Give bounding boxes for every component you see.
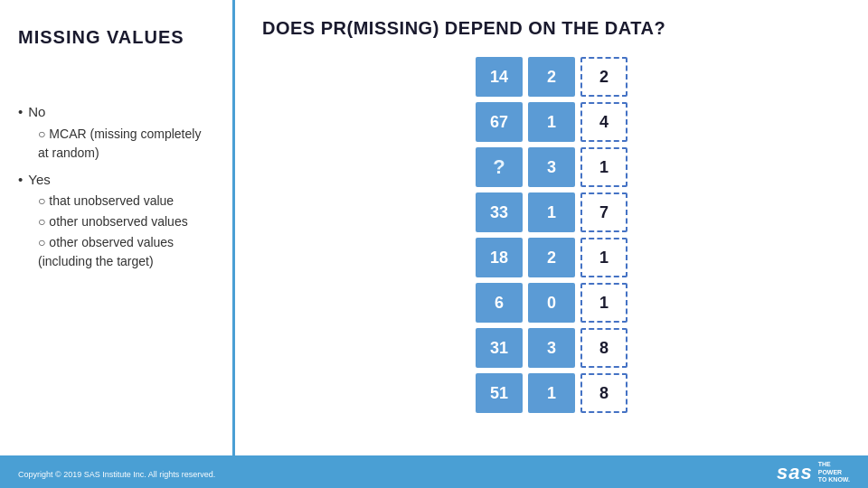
bullet-other-observed: ○ other observed values (including the t… — [18, 233, 214, 271]
value-grid: 14 2 2 67 1 4 ? 3 1 33 1 7 18 2 1 — [262, 57, 841, 413]
bullet-no: • No ○ MCAR (missing completely at rando… — [18, 102, 214, 163]
bullet-mcar: ○ MCAR (missing completely at random) — [18, 125, 214, 163]
cell-r2-c2: 1 — [528, 102, 575, 142]
cell-r8-c1: 51 — [476, 373, 523, 413]
cell-r1-c1: 14 — [476, 57, 523, 97]
section-title: MISSING VALUES — [18, 27, 214, 48]
bullet-dot-yes: • — [18, 170, 23, 191]
cell-r6-c3: 1 — [580, 283, 627, 323]
cell-r3-c2: 3 — [528, 147, 575, 187]
tagline-line1: THE — [818, 461, 850, 468]
sas-logo: sas THE POWER TO KNOW. — [777, 461, 850, 484]
bullet-mcar-label: MCAR (missing completely at random) — [38, 127, 201, 160]
sub-circle-2: ○ — [38, 214, 49, 229]
grid-row-8: 51 1 8 — [476, 373, 627, 413]
cell-r7-c2: 3 — [528, 328, 575, 368]
cell-r6-c2: 0 — [528, 283, 575, 323]
copyright-text: Copyright © 2019 SAS Institute Inc. All … — [18, 470, 215, 479]
grid-row-5: 18 2 1 — [476, 238, 627, 277]
other-unobserved-label: other unobserved values — [49, 214, 187, 229]
right-title: DOES PR(MISSING) DEPEND ON THE DATA? — [262, 18, 841, 39]
other-observed-label: other observed values (including the tar… — [38, 235, 174, 268]
tagline-line2: POWER — [818, 469, 850, 476]
grid-row-6: 6 0 1 — [476, 283, 627, 323]
cell-r1-c3: 2 — [580, 57, 627, 97]
sub-circle-3: ○ — [38, 235, 49, 249]
cell-r2-c3: 4 — [580, 102, 627, 142]
right-panel: DOES PR(MISSING) DEPEND ON THE DATA? 14 … — [235, 0, 868, 455]
bullet-dot-no: • — [18, 102, 23, 123]
cell-r3-c1: ? — [476, 147, 523, 187]
tagline-line3: TO KNOW. — [818, 476, 850, 483]
sas-logo-text: sas — [777, 461, 813, 484]
bullet-mcar-circle: ○ — [38, 127, 49, 141]
cell-r4-c3: 7 — [580, 192, 627, 232]
cell-r1-c2: 2 — [528, 57, 575, 97]
cell-r4-c1: 33 — [476, 192, 523, 232]
grid-row-4: 33 1 7 — [476, 192, 627, 232]
cell-r7-c3: 8 — [580, 328, 627, 368]
bullet-yes: • Yes ○ that unobserved value ○ other un… — [18, 170, 214, 272]
bullet-other-unobserved: ○ other unobserved values — [18, 212, 214, 231]
sas-tagline: THE POWER TO KNOW. — [818, 461, 850, 483]
cell-r7-c1: 31 — [476, 328, 523, 368]
left-panel: MISSING VALUES • No ○ MCAR (missing comp… — [0, 0, 235, 455]
cell-r6-c1: 6 — [476, 283, 523, 323]
bullet-no-label: No — [28, 102, 45, 123]
bullet-list: • No ○ MCAR (missing completely at rando… — [18, 102, 214, 271]
sub-circle-1: ○ — [38, 193, 49, 208]
cell-r2-c1: 67 — [476, 102, 523, 142]
cell-r5-c3: 1 — [580, 238, 627, 277]
cell-r8-c2: 1 — [528, 373, 575, 413]
grid-row-3: ? 3 1 — [476, 147, 627, 187]
grid-row-2: 67 1 4 — [476, 102, 627, 142]
cell-r5-c1: 18 — [476, 238, 523, 277]
bullet-that-unobserved: ○ that unobserved value — [18, 192, 214, 211]
cell-r8-c3: 8 — [580, 373, 627, 413]
bullet-yes-label: Yes — [28, 170, 50, 191]
grid-row-7: 31 3 8 — [476, 328, 627, 368]
grid-row-1: 14 2 2 — [476, 57, 627, 97]
cell-r3-c3: 1 — [580, 147, 627, 187]
cell-r4-c2: 1 — [528, 192, 575, 232]
bottom-bar: Copyright © 2019 SAS Institute Inc. All … — [0, 455, 868, 488]
cell-r5-c2: 2 — [528, 238, 575, 277]
that-unobserved-label: that unobserved value — [49, 193, 174, 208]
